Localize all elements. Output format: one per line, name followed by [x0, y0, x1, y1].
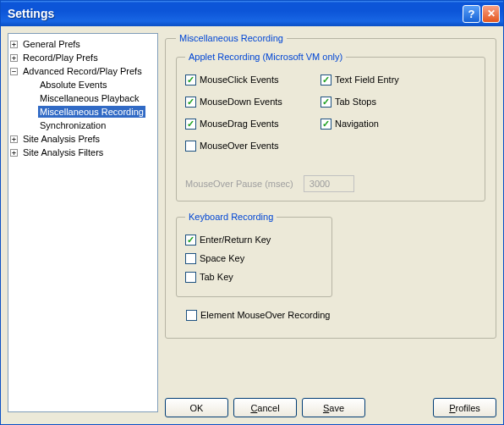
checkbox-label: MouseDown Events: [200, 97, 282, 107]
tree-label: Advanced Record/Play Prefs: [21, 65, 144, 77]
checkbox-label: Space Key: [200, 253, 244, 263]
check-tab[interactable]: Tab Key: [185, 269, 323, 284]
checkbox-label: Element MouseOver Recording: [200, 310, 330, 320]
titlebar-buttons: ? ✕: [463, 5, 500, 23]
keyboard-recording-group: Keyboard Recording Enter/Return Key Spac…: [176, 212, 332, 297]
save-button[interactable]: Save: [302, 398, 365, 417]
applet-grid: MouseClick Events Text Field Entry Mouse…: [185, 69, 476, 157]
tree-label: Site Analysis Prefs: [21, 133, 101, 145]
tree-label: Absolute Events: [38, 79, 109, 91]
check-enter[interactable]: Enter/Return Key: [185, 232, 323, 247]
minus-icon[interactable]: −: [10, 68, 18, 75]
ok-button[interactable]: OK: [165, 398, 228, 417]
mouseover-pause-row: MouseOver Pause (msec): [185, 175, 476, 192]
plus-icon[interactable]: +: [10, 135, 18, 143]
check-textfield[interactable]: Text Field Entry: [320, 72, 439, 87]
checkbox-icon[interactable]: [320, 75, 331, 86]
tree-label: Synchronization: [38, 119, 107, 131]
check-tabstops[interactable]: Tab Stops: [320, 94, 439, 109]
checkbox-icon[interactable]: [185, 272, 196, 283]
plus-icon[interactable]: +: [10, 149, 18, 157]
tree-node-absolute[interactable]: Absolute Events: [27, 78, 156, 91]
tree-node-miscplay[interactable]: Miscellaneous Playback: [27, 91, 156, 105]
checkbox-label: Enter/Return Key: [200, 235, 271, 245]
check-space[interactable]: Space Key: [185, 251, 323, 266]
tree-node-recordplay[interactable]: + Record/Play Prefs: [10, 51, 156, 64]
applet-title: Applet Recording (Microsoft VM only): [185, 52, 346, 62]
pause-label: MouseOver Pause (msec): [185, 179, 293, 189]
advanced-children: Absolute Events Miscellaneous Playback M…: [27, 78, 156, 132]
checkbox-icon[interactable]: [185, 119, 196, 130]
cancel-button[interactable]: Cancel: [233, 398, 297, 417]
content-area: Miscellaneous Recording Applet Recording…: [165, 33, 496, 395]
tree-label: Record/Play Prefs: [21, 52, 100, 63]
checkbox-label: Tab Key: [200, 272, 233, 282]
plus-icon[interactable]: +: [10, 41, 18, 48]
titlebar: Settings ? ✕: [1, 1, 503, 26]
applet-recording-group: Applet Recording (Microsoft VM only) Mou…: [176, 52, 485, 201]
profiles-button[interactable]: Profiles: [433, 398, 496, 417]
spacer: [370, 398, 428, 417]
tree-label: Site Analysis Filters: [21, 146, 105, 158]
pause-input: [304, 175, 354, 192]
help-button[interactable]: ?: [463, 5, 480, 23]
keyboard-title: Keyboard Recording: [185, 212, 277, 222]
checkbox-label: Navigation: [335, 119, 379, 129]
checkbox-icon[interactable]: [185, 253, 196, 264]
check-mouseover[interactable]: MouseOver Events: [185, 138, 312, 153]
check-element-mouseover[interactable]: Element MouseOver Recording: [186, 307, 485, 323]
tree-label: Miscellaneous Playback: [38, 92, 140, 104]
check-navigation[interactable]: Navigation: [320, 116, 439, 131]
check-mousedown[interactable]: MouseDown Events: [185, 94, 312, 109]
tree-node-siteprefs[interactable]: + Site Analysis Prefs: [10, 132, 156, 146]
checkbox-label: MouseClick Events: [200, 75, 279, 85]
check-mousedrag[interactable]: MouseDrag Events: [185, 116, 312, 131]
checkbox-label: Tab Stops: [335, 97, 376, 107]
tree-panel[interactable]: + General Prefs + Record/Play Prefs − Ad…: [8, 33, 158, 412]
check-mouseclick[interactable]: MouseClick Events: [185, 72, 312, 87]
checkbox-icon[interactable]: [185, 235, 196, 246]
body-area: + General Prefs + Record/Play Prefs − Ad…: [1, 26, 503, 424]
plus-icon[interactable]: +: [10, 54, 18, 62]
checkbox-icon[interactable]: [320, 119, 331, 130]
tree-node-sync[interactable]: Synchronization: [27, 119, 156, 132]
checkbox-icon[interactable]: [185, 75, 196, 86]
checkbox-icon[interactable]: [185, 141, 196, 152]
tree-node-miscrec[interactable]: Miscellaneous Recording: [27, 105, 156, 119]
misc-recording-group: Miscellaneous Recording Applet Recording…: [165, 33, 496, 339]
tree-node-advanced[interactable]: − Advanced Record/Play Prefs: [10, 64, 156, 78]
checkbox-label: Text Field Entry: [335, 75, 399, 85]
checkbox-icon[interactable]: [320, 97, 331, 108]
checkbox-icon[interactable]: [186, 310, 197, 321]
window-title: Settings: [8, 7, 463, 20]
checkbox-label: MouseOver Events: [200, 141, 279, 151]
tree-label: Miscellaneous Recording: [38, 106, 145, 118]
tree-label: General Prefs: [21, 38, 82, 50]
right-panel: Miscellaneous Recording Applet Recording…: [165, 33, 496, 421]
tree-node-general[interactable]: + General Prefs: [10, 37, 156, 51]
close-button[interactable]: ✕: [482, 5, 500, 23]
checkbox-label: MouseDrag Events: [200, 119, 279, 129]
checkbox-icon[interactable]: [185, 97, 196, 108]
tree-node-sitefilters[interactable]: + Site Analysis Filters: [10, 146, 156, 159]
button-bar: OK Cancel Save Profiles: [165, 395, 496, 421]
group-title: Miscellaneous Recording: [176, 33, 287, 43]
settings-window: Settings ? ✕ + General Prefs + Record/Pl…: [0, 0, 504, 425]
